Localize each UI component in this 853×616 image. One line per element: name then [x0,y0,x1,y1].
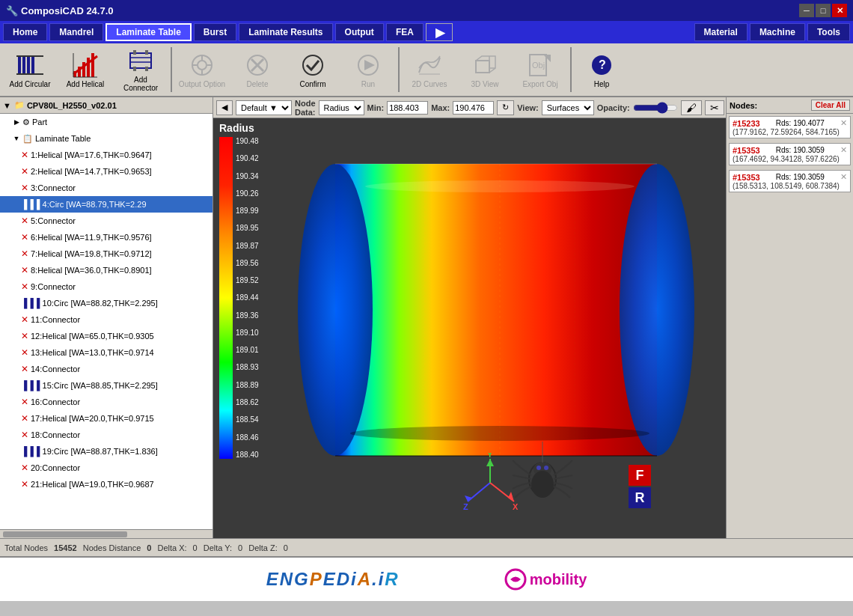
tree-layer-4[interactable]: ▐▐▐ 4:Circ [WA=88.79,THK=2.29 [0,196,213,213]
svg-point-65 [544,466,548,470]
delete-button[interactable]: Delete [230,45,284,94]
tree-layer-7[interactable]: ✕ 7:Helical [WA=19.8,THK=0.9712] [0,246,213,262]
menu-material[interactable]: Material [694,23,747,41]
viewport-toolbar: ◀ Default ▼ Node Data: Radius Min: Max: … [213,97,726,118]
layer17-label: 17:Helical [WA=20.0,THK=0.9715 [31,414,154,423]
svg-marker-59 [486,459,494,466]
menu-laminate-table[interactable]: Laminate Table [106,23,191,41]
hscroll-thumb[interactable] [3,531,127,537]
svg-marker-32 [364,60,375,70]
tree-content[interactable]: ▶ ⚙ Part ▼ 📋 Laminate Table ✕ 1:Helical … [0,114,213,529]
svg-text:?: ? [599,58,606,71]
svg-rect-3 [31,56,34,74]
delta-x-value: 0 [193,543,198,552]
tree-layer-18[interactable]: ✕ 18:Connector [0,427,213,443]
close-button[interactable]: ✕ [832,4,847,17]
mobility-text: mobility [530,571,587,588]
layer5-label: 5:Connector [31,216,76,225]
tree-layer-2[interactable]: ✕ 2:Helical [WA=14.7,THK=0.9653] [0,163,213,180]
layer21-label: 21:Helical [WA=19.0,THK=0.9687 [31,480,154,489]
min-input[interactable] [387,101,428,115]
tree-hscroll[interactable] [0,529,213,538]
clear-all-button[interactable]: Clear All [811,100,850,111]
layer6-label: 6:Helical [WA=11.9,THK=0.9576] [31,233,152,242]
refresh-button[interactable]: ↻ [497,100,514,115]
opacity-slider[interactable] [633,103,678,113]
tree-layer-12[interactable]: ✕ 12:Helical [WA=65.0,THK=0.9305 [0,328,213,344]
tree-layer-1[interactable]: ✕ 1:Helical [WA=17.6,THK=0.9647] [0,147,213,163]
laminate-expand-icon: ▼ [12,134,21,143]
default-select[interactable]: Default ▼ [236,100,292,115]
help-label: Help [594,80,610,88]
menu-tools[interactable]: Tools [807,23,850,41]
svg-rect-1 [22,56,25,74]
svg-text:Obj: Obj [532,61,545,70]
layer20-icon: ✕ [21,463,28,473]
layer4-icon: ▐▐▐ [21,199,40,210]
menu-home[interactable]: Home [3,23,47,41]
2d-curves-icon [416,52,443,79]
separator-3 [570,47,572,92]
tree-layer-3[interactable]: ✕ 3:Connector [0,180,213,196]
tree-layer-16[interactable]: ✕ 16:Connector [0,394,213,410]
layer11-icon: ✕ [21,314,28,325]
menu-output[interactable]: Output [335,23,384,41]
tree-layer-19[interactable]: ▐▐▐ 19:Circ [WA=88.87,THK=1.836] [0,443,213,460]
canvas-area[interactable]: Radius [213,118,726,538]
watermark [509,438,576,516]
tree-layer-5[interactable]: ✕ 5:Connector [0,213,213,229]
add-helical-button[interactable]: Add Helical [58,45,112,94]
layer10-label: 10:Circ [WA=88.82,THK=2.295] [43,299,158,308]
menu-fea[interactable]: FEA [386,23,424,41]
scale-label-11: 189.10 [236,329,259,337]
paint-button[interactable]: 🖌 [681,100,702,115]
tree-part[interactable]: ▶ ⚙ Part [0,114,213,130]
confirm-button[interactable]: Confirm [286,45,340,94]
export-obj-button[interactable]: Obj Export Obj [513,45,567,94]
scale-label-17: 188.46 [236,433,259,442]
minimize-button[interactable]: ─ [799,4,814,17]
scissors-button[interactable]: ✂ [705,100,724,115]
delta-y-value: 0 [238,543,242,552]
node2-close-button[interactable]: ✕ [840,145,847,155]
node1-close-button[interactable]: ✕ [840,118,847,128]
max-input[interactable] [453,101,494,115]
layer8-icon: ✕ [21,265,28,275]
add-circular-button[interactable]: Add Circular [3,45,57,94]
node-data-select[interactable]: Radius [319,100,364,115]
tree-laminate-table[interactable]: ▼ 📋 Laminate Table [0,130,213,147]
nav-prev-button[interactable]: ◀ [216,100,233,115]
output-option-button[interactable]: Output Option [175,45,229,94]
menu-mandrel[interactable]: Mandrel [49,23,103,41]
tree-layer-9[interactable]: ✕ 9:Connector [0,278,213,295]
tree-layer-13[interactable]: ✕ 13:Helical [WA=13.0,THK=0.9714 [0,344,213,361]
scale-label-8: 189.52 [236,276,259,284]
tree-layer-15[interactable]: ▐▐▐ 15:Circ [WA=88.85,THK=2.295] [0,377,213,394]
2d-curves-button[interactable]: 2D Curves [403,45,456,94]
3d-view-button[interactable]: 3D View [458,45,512,94]
tree-layer-20[interactable]: ✕ 20:Connector [0,460,213,476]
tree-layer-21[interactable]: ✕ 21:Helical [WA=19.0,THK=0.9687 [0,476,213,493]
total-nodes-label: Total Nodes [4,543,48,552]
tree-layer-14[interactable]: ✕ 14:Connector [0,361,213,377]
tree-layer-17[interactable]: ✕ 17:Helical [WA=20.0,THK=0.9715 [0,410,213,427]
menu-run-play[interactable]: ▶ [426,23,453,41]
tree-layer-10[interactable]: ▐▐▐ 10:Circ [WA=88.82,THK=2.295] [0,295,213,311]
menu-burst[interactable]: Burst [194,23,236,41]
run-button[interactable]: Run [341,45,395,94]
node3-close-button[interactable]: ✕ [840,172,847,182]
tree-layer-11[interactable]: ✕ 11:Connector [0,311,213,328]
tree-layer-8[interactable]: ✕ 8:Helical [WA=36.0,THK=0.8901] [0,262,213,278]
tree-root-label: CPV80L_H2550_v02.01 [27,101,117,110]
scale-label-16: 188.54 [236,415,259,424]
view-select[interactable]: Surfaces [542,100,594,115]
svg-rect-11 [91,53,94,77]
add-connector-button[interactable]: Add Connector [114,45,168,94]
tree-layer-6[interactable]: ✕ 6:Helical [WA=11.9,THK=0.9576] [0,229,213,246]
menu-laminate-results[interactable]: Laminate Results [239,23,332,41]
layer18-label: 18:Connector [31,430,80,439]
menu-machine[interactable]: Machine [750,23,805,41]
help-button[interactable]: ? Help [575,45,629,94]
tree-expand-collapse[interactable]: ▼ [3,101,11,110]
maximize-button[interactable]: □ [816,4,831,17]
